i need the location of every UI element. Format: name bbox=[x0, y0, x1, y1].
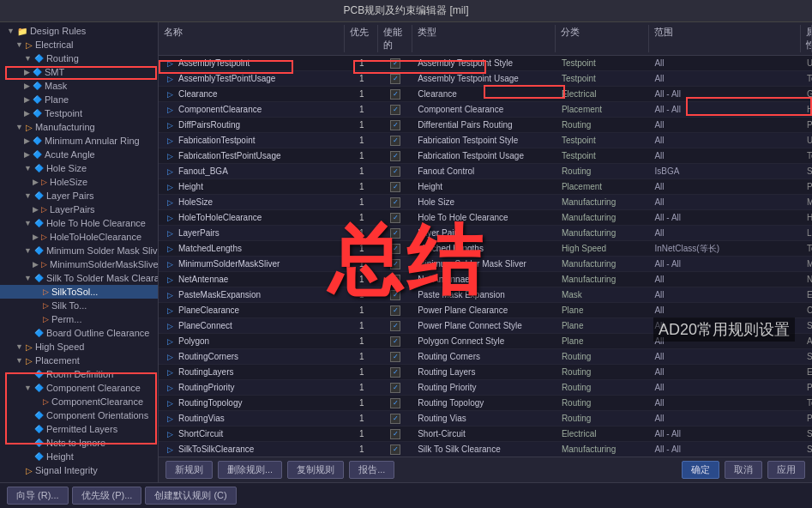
table-row[interactable]: ▷ MinimumSolderMaskSliver 1 Minimum Sold… bbox=[159, 257, 812, 272]
enabled-checkbox[interactable] bbox=[390, 197, 400, 208]
enabled-checkbox[interactable] bbox=[390, 305, 400, 316]
table-row[interactable]: ▷ HoleToHoleClearance 1 Hole To Hole Cle… bbox=[159, 210, 812, 226]
table-row[interactable]: ▷ PlaneConnect 1 Power Plane Connect Sty… bbox=[159, 318, 812, 334]
cell-name: ▷ Fanout_BGA bbox=[159, 164, 345, 178]
enabled-checkbox[interactable] bbox=[390, 228, 400, 239]
table-row[interactable]: ▷ RoutingCorners 1 Routing Corners Routi… bbox=[159, 349, 812, 365]
priority-button[interactable]: 优先级 (P)... bbox=[72, 487, 142, 505]
table-row[interactable]: ▷ AssemblyTestPointUsage 1 Assembly Test… bbox=[159, 71, 812, 87]
sidebar-item-smt[interactable]: ▶🔷SMT bbox=[0, 65, 158, 79]
enabled-checkbox[interactable] bbox=[390, 275, 400, 285]
enabled-checkbox[interactable] bbox=[390, 182, 400, 192]
enabled-checkbox[interactable] bbox=[390, 290, 400, 300]
sidebar-item-permitted-layers[interactable]: 🔷Permitted Layers bbox=[0, 422, 158, 436]
enabled-checkbox[interactable] bbox=[390, 321, 400, 331]
table-row[interactable]: ▷ RoutingTopology 1 Routing Topology Rou… bbox=[159, 396, 812, 411]
report-button[interactable]: 报告... bbox=[349, 461, 394, 479]
table-row[interactable]: ▷ NetAntennae 1 Net Antennae Manufacturi… bbox=[159, 272, 812, 287]
sidebar-item-routing[interactable]: ▼🔷Routing bbox=[0, 51, 158, 65]
table-row[interactable]: ▷ LayerPairs 1 Layer Pairs Manufacturing… bbox=[159, 226, 812, 241]
delete-rule-button[interactable]: 删除规则... bbox=[218, 461, 282, 479]
enabled-checkbox[interactable] bbox=[390, 398, 400, 408]
enabled-checkbox[interactable] bbox=[390, 74, 400, 84]
sidebar-item-nets-ignore[interactable]: 🔷Nets to Ignore bbox=[0, 436, 158, 450]
table-row[interactable]: ▷ Clearance 1 Clearance Electrical All -… bbox=[159, 87, 812, 102]
table-row[interactable]: ▷ AssemblyTestpoint 1 Assembly Testpoint… bbox=[159, 56, 812, 71]
sidebar-item-layer-pairs[interactable]: ▼🔷Layer Pairs bbox=[0, 189, 158, 203]
sidebar-item-board-outline[interactable]: 🔷Board Outline Clearance bbox=[0, 326, 158, 340]
copy-rule-button[interactable]: 复制规则 bbox=[287, 461, 344, 479]
cell-attributes: Style - Auto Direction - Alternatin... bbox=[802, 164, 812, 178]
sidebar-item-manufacturing[interactable]: ▼▷Manufacturing bbox=[0, 120, 158, 134]
table-row[interactable]: ▷ ShortCircuit 1 Short-Circuit Electrica… bbox=[159, 426, 812, 442]
new-rule-button[interactable]: 新规则 bbox=[165, 461, 213, 479]
sidebar-item-signal-integrity[interactable]: ▷Signal Integrity bbox=[0, 463, 158, 477]
enabled-checkbox[interactable] bbox=[390, 89, 400, 100]
enabled-checkbox[interactable] bbox=[390, 414, 400, 424]
sidebar-item-placement[interactable]: ▼▷Placement bbox=[0, 354, 158, 367]
apply-button[interactable]: 应用 bbox=[767, 461, 805, 479]
sidebar-item-mask[interactable]: ▶🔷Mask bbox=[0, 79, 158, 93]
row-name-text: ComponentClearance bbox=[178, 105, 262, 114]
sidebar-item-height[interactable]: 🔷Height bbox=[0, 450, 158, 463]
sidebar-item-design-rules[interactable]: ▼📁Design Rules bbox=[0, 24, 158, 38]
sidebar-item-hole-hole-child[interactable]: ▶▷HoleToHoleClearance bbox=[0, 230, 158, 244]
enabled-checkbox[interactable] bbox=[390, 58, 400, 69]
sidebar-item-layer-pairs-child[interactable]: ▶▷LayerPairs bbox=[0, 203, 158, 216]
table-row[interactable]: ▷ MatchedLengths 1 Matched Lengths High … bbox=[159, 241, 812, 257]
sidebar-item-comp-orient[interactable]: 🔷Component Orientations bbox=[0, 408, 158, 422]
table-row[interactable]: ▷ HoleSize 1 Hole Size Manufacturing All… bbox=[159, 195, 812, 210]
sidebar-item-silk-solder-child2[interactable]: ▷Silk To... bbox=[0, 299, 158, 312]
sidebar-item-high-speed[interactable]: ▼▷High Speed bbox=[0, 340, 158, 354]
sidebar-item-comp-clear-child[interactable]: ▷ComponentClearance bbox=[0, 395, 158, 408]
enabled-checkbox[interactable] bbox=[390, 105, 400, 115]
table-row[interactable]: ▷ FabricationTestPointUsage 1 Fabricatio… bbox=[159, 148, 812, 164]
table-row[interactable]: ▷ FabricationTestpoint 1 Fabrication Tes… bbox=[159, 133, 812, 148]
sidebar-item-min-solder-child[interactable]: ▶▷MinimumSolderMaskSliver bbox=[0, 257, 158, 271]
sidebar-item-comp-clear[interactable]: ▼🔷Component Clearance bbox=[0, 381, 158, 395]
enabled-checkbox[interactable] bbox=[390, 151, 400, 161]
cancel-button[interactable]: 取消 bbox=[725, 461, 762, 479]
table-row[interactable]: ▷ RoutingVias 1 Routing Vias Routing All… bbox=[159, 411, 812, 426]
table-row[interactable]: ▷ Polygon 1 Polygon Connect Style Plane … bbox=[159, 334, 812, 349]
enabled-checkbox[interactable] bbox=[390, 259, 400, 269]
enabled-checkbox[interactable] bbox=[390, 429, 400, 439]
navigate-button[interactable]: 向导 (R)... bbox=[7, 487, 69, 505]
sidebar-item-silk-solder[interactable]: ▼🔷Silk To Solder Mask Clearance bbox=[0, 271, 158, 285]
cell-name: ▷ RoutingPriority bbox=[159, 380, 345, 395]
sidebar-item-room-def[interactable]: 🔷Room Definition bbox=[0, 367, 158, 381]
sidebar-item-testpoint[interactable]: ▶🔷Testpoint bbox=[0, 106, 158, 120]
enabled-checkbox[interactable] bbox=[390, 336, 400, 347]
create-default-button[interactable]: 创建默认规则 (C) bbox=[145, 487, 236, 505]
sidebar-item-silk-solder-child1[interactable]: ▷SilkToSol... bbox=[0, 285, 158, 299]
sidebar-item-electrical[interactable]: ▼▷Electrical bbox=[0, 38, 158, 51]
table-row[interactable]: ▷ Fanout_BGA 1 Fanout Control Routing Is… bbox=[159, 164, 812, 179]
enabled-checkbox[interactable] bbox=[390, 166, 400, 177]
enabled-checkbox[interactable] bbox=[390, 367, 400, 378]
sidebar-item-min-solder[interactable]: ▼🔷Minimum Solder Mask Sliver bbox=[0, 244, 158, 257]
confirm-button[interactable]: 确定 bbox=[682, 461, 719, 479]
table-row[interactable]: ▷ PasteMaskExpansion 1 Paste Mask Expans… bbox=[159, 287, 812, 303]
sidebar-item-acute-angle[interactable]: ▶🔷Acute Angle bbox=[0, 148, 158, 161]
table-row[interactable]: ▷ DiffPairsRouting 1 Differential Pairs … bbox=[159, 118, 812, 133]
table-row[interactable]: ▷ RoutingLayers 1 Routing Layers Routing… bbox=[159, 365, 812, 380]
enabled-checkbox[interactable] bbox=[390, 444, 400, 455]
sidebar-item-min-annular[interactable]: ▶🔷Minimum Annular Ring bbox=[0, 134, 158, 148]
enabled-checkbox[interactable] bbox=[390, 120, 400, 130]
enabled-checkbox[interactable] bbox=[390, 213, 400, 223]
enabled-checkbox[interactable] bbox=[390, 244, 400, 254]
sidebar-item-hole-size-child[interactable]: ▶▷HoleSize bbox=[0, 175, 158, 189]
cell-category: Testpoint bbox=[556, 56, 650, 70]
sidebar-item-plane[interactable]: ▶🔷Plane bbox=[0, 93, 158, 106]
table-row[interactable]: ▷ ComponentClearance 1 Component Clearan… bbox=[159, 102, 812, 118]
table-row[interactable]: ▷ PlaneClearance 1 Power Plane Clearance… bbox=[159, 303, 812, 318]
table-row[interactable]: ▷ RoutingPriority 1 Routing Priority Rou… bbox=[159, 380, 812, 396]
sidebar-item-perm[interactable]: ▷Perm... bbox=[0, 312, 158, 326]
sidebar-item-hole-size[interactable]: ▼🔷Hole Size bbox=[0, 161, 158, 175]
enabled-checkbox[interactable] bbox=[390, 136, 400, 146]
table-row[interactable]: ▷ SilkToSilkClearance 1 Silk To Silk Cle… bbox=[159, 442, 812, 457]
enabled-checkbox[interactable] bbox=[390, 383, 400, 393]
sidebar-item-hole-hole[interactable]: ▼🔷Hole To Hole Clearance bbox=[0, 216, 158, 230]
table-row[interactable]: ▷ Height 1 Height Placement All Pref Hei… bbox=[159, 179, 812, 195]
enabled-checkbox[interactable] bbox=[390, 352, 400, 362]
